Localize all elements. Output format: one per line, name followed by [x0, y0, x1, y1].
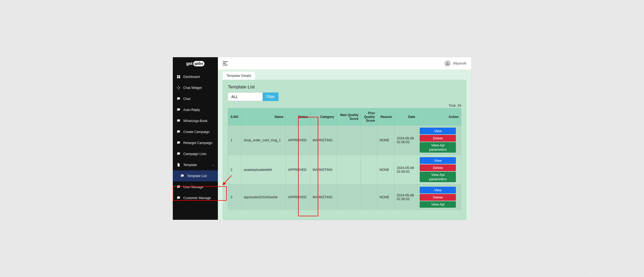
col-date: Date: [394, 109, 418, 125]
sidebar-item-label: User Manage: [183, 185, 203, 189]
sidebar-item-label: Retarget Campaign: [183, 141, 212, 145]
cell-sno: 2: [228, 155, 241, 185]
cell-category: MARKETING: [310, 155, 336, 185]
sidebar-item-label: Chat: [183, 97, 190, 101]
sidebar-item-retarget-campaign[interactable]: Retarget Campaign: [173, 137, 218, 148]
tab-template-details[interactable]: Template Details: [223, 72, 255, 80]
template-table: S.NONameStatusCategoryNew QualityScorePr…: [228, 108, 461, 210]
sidebar-item-label: Template: [183, 163, 197, 167]
cell-actions: ViewDeleteView Api: [418, 185, 461, 210]
col-new-quality-score: New QualityScore: [336, 109, 361, 125]
col-action: Action: [418, 109, 461, 125]
view-button[interactable]: View: [420, 128, 456, 134]
topbar: 99pandit: [218, 57, 471, 70]
sidebar-item-create-campaign[interactable]: Create Campaign: [173, 126, 218, 137]
cell-category: MARKETING: [310, 185, 336, 210]
chat-icon: [177, 119, 181, 123]
sidebar-item-template[interactable]: Template⌄: [173, 159, 218, 170]
cell-name: aqsxssdw323242wd3e: [241, 185, 286, 210]
sidebar-item-label: Auto-Reply: [183, 108, 200, 112]
view-api-button[interactable]: View Api: [420, 201, 456, 208]
sidebar-item-label: Chat Widget: [183, 86, 202, 90]
table-header-row: S.NONameStatusCategoryNew QualityScorePr…: [228, 109, 461, 125]
sidebar-item-chat-widget[interactable]: Chat Widget: [173, 82, 218, 93]
sidebar-item-campaign-lists[interactable]: Campaign Lists: [173, 148, 218, 159]
page-icon: [177, 163, 181, 167]
total-count: Total :34: [228, 104, 461, 107]
sidebar-item-auto-reply[interactable]: Auto-Reply: [173, 104, 218, 115]
cell-actions: ViewDeleteView Apiparameters: [418, 125, 461, 155]
cell-actions: ViewDeleteView Apiparameters: [418, 155, 461, 185]
cell-reason: NONE: [377, 125, 394, 155]
chat-icon: [177, 108, 181, 112]
col-name: Name: [241, 109, 286, 125]
view-button[interactable]: View: [420, 157, 456, 164]
view-api-button[interactable]: View Apiparameters: [420, 172, 456, 182]
nav-list: DashboardChat WidgetChatAuto-ReplyWhatsA…: [173, 70, 218, 203]
sidebar-item-template-list[interactable]: Template List: [173, 170, 218, 181]
cell-date: 2024-05-0801:00:02: [394, 185, 418, 210]
cell-sno: 1: [228, 125, 241, 155]
brand-logo: get gabs: [173, 57, 218, 70]
cell-pq: [361, 185, 377, 210]
sidebar-item-label: Create Campaign: [183, 130, 210, 134]
chat-icon: [177, 141, 181, 145]
chat-icon: [177, 196, 181, 200]
chat-icon: [177, 185, 181, 189]
menu-toggle-icon[interactable]: [223, 62, 228, 65]
sidebar-item-dashboard[interactable]: Dashboard: [173, 71, 218, 82]
cell-pq: [361, 125, 377, 155]
cell-nq: [336, 125, 361, 155]
delete-button[interactable]: Delete: [420, 135, 456, 142]
cell-status: APPROVED: [286, 155, 310, 185]
cell-status: APPROVED: [286, 125, 310, 155]
view-button[interactable]: View: [420, 187, 456, 193]
chat-icon: [177, 130, 181, 134]
user-chip[interactable]: 99pandit: [444, 60, 466, 67]
sidebar-item-label: Campaign Lists: [183, 152, 206, 156]
filter-button[interactable]: Filter: [263, 92, 279, 101]
table-row: 1shop_order_conf_msg_1APPROVEDMARKETINGN…: [228, 125, 461, 155]
cell-date: 2024-05-0801:00:02: [394, 125, 418, 155]
avatar-icon: [444, 60, 451, 67]
sidebar: get gabs DashboardChat WidgetChatAuto-Re…: [173, 57, 218, 220]
cell-nq: [336, 185, 361, 210]
table-scroll[interactable]: S.NONameStatusCategoryNew QualityScorePr…: [228, 108, 461, 210]
chat-icon: [177, 97, 181, 101]
brand-prefix: get: [186, 61, 193, 66]
cell-name: asadwqdsadedefef: [241, 155, 286, 185]
template-panel: Template List ALL Filter Total :34 S.NON…: [223, 80, 466, 220]
sidebar-item-label: Dashboard: [183, 75, 200, 79]
sidebar-item-label: WhatsApp-Book: [183, 119, 207, 123]
panel-title: Template List: [228, 84, 461, 90]
sidebar-item-label: Template List: [187, 174, 207, 178]
cell-reason: NONE: [377, 155, 394, 185]
tabstrip: Template Details: [218, 70, 471, 80]
table-row: 2asadwqdsadedefefAPPROVEDMARKETINGNONE20…: [228, 155, 461, 185]
table-row: 3aqsxssdw323242wd3eAPPROVEDMARKETINGNONE…: [228, 185, 461, 210]
delete-button[interactable]: Delete: [420, 164, 456, 171]
cell-nq: [336, 155, 361, 185]
brand-suffix: gabs: [193, 61, 205, 66]
sidebar-item-whatsapp-book[interactable]: WhatsApp-Book: [173, 115, 218, 126]
app-window: get gabs DashboardChat WidgetChatAuto-Re…: [173, 57, 471, 220]
filter-select[interactable]: ALL: [228, 92, 263, 101]
chevron-down-icon: ⌄: [212, 163, 214, 166]
widget-icon: [177, 86, 181, 90]
delete-button[interactable]: Delete: [420, 194, 456, 201]
dashboard-icon: [177, 75, 181, 79]
col-reason: Reason: [377, 109, 394, 125]
cell-sno: 3: [228, 185, 241, 210]
user-name: 99pandit: [453, 61, 466, 65]
chat-icon: [177, 152, 181, 156]
view-api-button[interactable]: View Apiparameters: [420, 142, 456, 153]
cell-name: shop_order_conf_msg_1: [241, 125, 286, 155]
table-body: 1shop_order_conf_msg_1APPROVEDMARKETINGN…: [228, 125, 461, 210]
sidebar-item-chat[interactable]: Chat: [173, 93, 218, 104]
sidebar-item-customer-manage[interactable]: Customer Manage: [173, 192, 218, 203]
col-status: Status: [286, 109, 310, 125]
col-s-no: S.NO: [228, 109, 241, 125]
cell-status: APPROVED: [286, 185, 310, 210]
col-category: Category: [310, 109, 336, 125]
sidebar-item-user-manage[interactable]: User Manage: [173, 181, 218, 192]
